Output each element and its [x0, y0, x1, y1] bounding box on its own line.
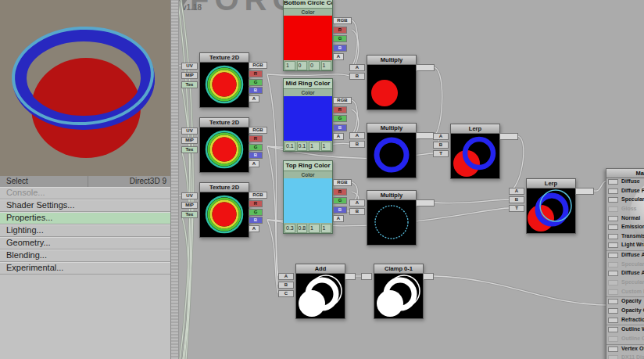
add-a-port[interactable]: A [278, 273, 294, 280]
tex2-g-port[interactable]: G [249, 144, 263, 151]
topcolor-a-port[interactable]: A [333, 215, 344, 222]
bottomcolor-rgb-port[interactable]: RGB [333, 17, 352, 24]
add-output-port[interactable] [345, 273, 356, 280]
tex1-a-port[interactable]: A [249, 95, 259, 102]
menu-item-lighting[interactable]: Lighting... [0, 224, 170, 237]
lerp1-t-port[interactable]: T [433, 150, 449, 157]
menu-item-properties[interactable]: Properties... [0, 212, 170, 224]
node-top-ring-color[interactable]: Top Ring Color Color 0.3 0.8 1 1 [283, 160, 333, 234]
topcolor-rgb-port[interactable]: RGB [333, 179, 352, 186]
multiply1-a-port[interactable]: A [349, 64, 365, 71]
value-a[interactable]: 1 [321, 224, 332, 233]
lerp2-a-port[interactable]: A [509, 188, 524, 195]
tex1-g-port[interactable]: G [249, 79, 263, 86]
input-port[interactable] [608, 216, 618, 221]
input-port[interactable] [608, 271, 618, 276]
select-button[interactable]: Select [6, 177, 28, 185]
input-port[interactable] [608, 299, 618, 304]
midcolor-r-port[interactable]: R [333, 106, 347, 113]
clamp-input-port[interactable] [361, 273, 372, 280]
node-texture2d-3[interactable]: Texture 2D [199, 182, 249, 238]
multiply2-output-port[interactable] [416, 132, 435, 139]
value-g[interactable]: 0.1 [297, 142, 308, 151]
menu-item-blending[interactable]: Blending... [0, 250, 170, 262]
lerp1-output-port[interactable] [499, 133, 518, 140]
node-multiply-2[interactable]: Multiply [367, 123, 417, 178]
tex3-b-port[interactable]: B [249, 217, 263, 224]
topcolor-r-port[interactable]: R [333, 188, 347, 196]
multiply3-b-port[interactable]: B [349, 208, 365, 215]
node-texture2d-1[interactable]: Texture 2D [199, 52, 249, 108]
tex1-r-port[interactable]: R [249, 70, 263, 77]
menu-item-experimental[interactable]: Experimental... [0, 262, 170, 275]
lerp1-a-port[interactable]: A [433, 133, 449, 140]
value-a[interactable]: 1 [321, 142, 332, 151]
input-port[interactable] [608, 224, 618, 230]
tex2-b-port[interactable]: B [249, 152, 263, 159]
input-port[interactable] [608, 318, 618, 323]
clamp-output-port[interactable] [423, 273, 434, 280]
node-clamp01[interactable]: Clamp 0-1 [374, 264, 424, 319]
value-r[interactable]: 0.3 [284, 224, 295, 233]
multiply2-b-port[interactable]: B [349, 141, 365, 148]
lerp2-output-port[interactable] [575, 188, 594, 195]
color-swatch[interactable] [284, 178, 332, 223]
node-multiply-3[interactable]: Multiply [367, 190, 417, 246]
topcolor-b-port[interactable]: B [333, 206, 347, 214]
tex3-a-port[interactable]: A [249, 225, 259, 232]
menu-item-console[interactable]: Console... [0, 187, 170, 199]
tex1-b-port[interactable]: B [249, 87, 263, 94]
node-mid-ring-color[interactable]: Mid Ring Color Color 0.1 0.1 1 1 [283, 78, 333, 152]
input-port[interactable] [608, 346, 618, 352]
tex2-r-port[interactable]: R [249, 135, 263, 142]
shader-preview-viewport[interactable] [0, 0, 170, 176]
lerp2-b-port[interactable]: B [509, 196, 524, 203]
node-main-shader[interactable]: Main Diffuse Diffuse Power Specular Glos… [606, 168, 644, 359]
input-port[interactable] [608, 197, 618, 203]
midcolor-rgb-port[interactable]: RGB [333, 97, 352, 104]
tex1-rgb-port[interactable]: RGB [249, 62, 267, 69]
node-lerp-1[interactable]: Lerp [450, 124, 500, 179]
bottomcolor-a-port[interactable]: A [333, 53, 344, 60]
value-b[interactable]: 1 [309, 224, 320, 233]
tex1-uv-port[interactable]: UV [181, 63, 198, 70]
color-swatch[interactable] [284, 96, 332, 141]
node-multiply-1[interactable]: Multiply [367, 55, 417, 110]
tex3-mip-port[interactable]: MIP [181, 202, 198, 209]
value-b[interactable]: 0 [309, 61, 320, 70]
topcolor-g-port[interactable]: G [333, 197, 347, 204]
input-port[interactable] [608, 234, 618, 239]
add-c-port[interactable]: C [278, 290, 294, 297]
bottomcolor-r-port[interactable]: R [333, 27, 347, 34]
color-swatch[interactable] [284, 16, 332, 60]
node-bottom-circle-color[interactable]: Bottom Circle Color Color 1 0 0 1 [283, 0, 333, 71]
input-port[interactable] [608, 253, 618, 258]
add-b-port[interactable]: B [278, 282, 294, 289]
node-lerp-2[interactable]: Lerp [526, 178, 576, 234]
input-port[interactable] [608, 188, 618, 194]
multiply2-a-port[interactable]: A [349, 132, 365, 139]
node-texture2d-2[interactable]: Texture 2D [199, 117, 249, 173]
node-add[interactable]: Add [295, 264, 345, 319]
tex3-tex-port[interactable]: Tex [181, 211, 198, 218]
multiply3-output-port[interactable] [416, 199, 435, 206]
tex1-mip-port[interactable]: MIP [181, 72, 198, 79]
input-port[interactable] [608, 179, 618, 185]
multiply1-output-port[interactable] [416, 64, 435, 71]
tex3-r-port[interactable]: R [249, 200, 263, 207]
value-r[interactable]: 0.1 [284, 142, 295, 151]
multiply3-a-port[interactable]: A [349, 199, 365, 206]
value-a[interactable]: 1 [321, 61, 332, 70]
tex2-rgb-port[interactable]: RGB [249, 127, 267, 134]
tex2-mip-port[interactable]: MIP [181, 137, 198, 144]
input-port[interactable] [608, 327, 618, 332]
lerp1-b-port[interactable]: B [433, 142, 449, 149]
tex3-rgb-port[interactable]: RGB [249, 192, 267, 199]
bottomcolor-g-port[interactable]: G [333, 35, 347, 42]
tex3-g-port[interactable]: G [249, 209, 263, 216]
tex3-uv-port[interactable]: UV [181, 192, 198, 199]
value-r[interactable]: 1 [284, 61, 295, 70]
menu-item-shader-settings[interactable]: Shader Settings... [0, 199, 170, 212]
value-g[interactable]: 0 [297, 61, 308, 70]
tex1-tex-port[interactable]: Tex [181, 81, 198, 88]
